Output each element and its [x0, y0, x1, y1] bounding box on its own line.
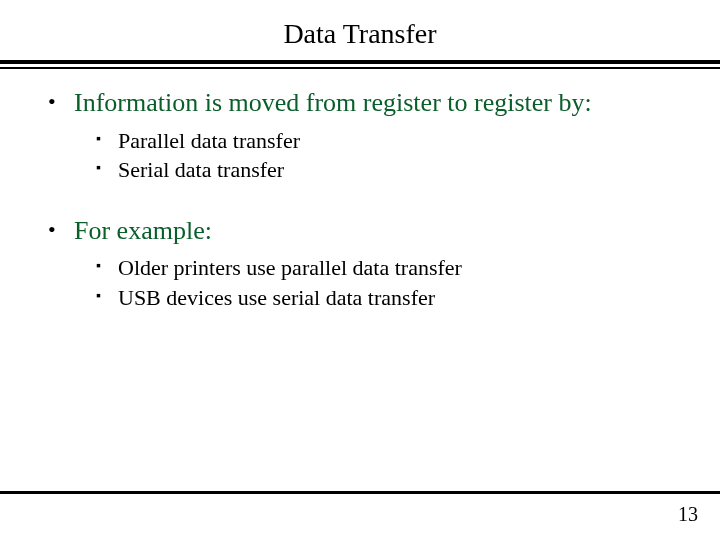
sub-list: ▪ Parallel data transfer ▪ Serial data t… — [96, 126, 680, 185]
bottom-rule — [0, 491, 720, 494]
square-bullet-icon: ▪ — [96, 283, 118, 308]
sub-bullet-text: Parallel data transfer — [118, 126, 680, 156]
square-bullet-icon: ▪ — [96, 155, 118, 180]
bullet-item: • Information is moved from register to … — [48, 87, 680, 120]
bullet-text: Information is moved from register to re… — [74, 87, 680, 120]
bullet-marker-icon: • — [48, 87, 74, 117]
sub-bullet-item: ▪ USB devices use serial data transfer — [96, 283, 680, 313]
sub-bullet-text: Older printers use parallel data transfe… — [118, 253, 680, 283]
sub-bullet-text: USB devices use serial data transfer — [118, 283, 680, 313]
sub-bullet-text: Serial data transfer — [118, 155, 680, 185]
bullet-item: • For example: — [48, 215, 680, 248]
sub-bullet-item: ▪ Serial data transfer — [96, 155, 680, 185]
sub-bullet-item: ▪ Parallel data transfer — [96, 126, 680, 156]
sub-bullet-item: ▪ Older printers use parallel data trans… — [96, 253, 680, 283]
title-rule-thick — [0, 60, 720, 64]
square-bullet-icon: ▪ — [96, 126, 118, 151]
sub-list: ▪ Older printers use parallel data trans… — [96, 253, 680, 312]
page-number: 13 — [678, 503, 698, 526]
slide-title: Data Transfer — [0, 18, 720, 50]
bullet-text: For example: — [74, 215, 680, 248]
bullet-marker-icon: • — [48, 215, 74, 245]
content-area: • Information is moved from register to … — [0, 69, 720, 313]
slide: Data Transfer • Information is moved fro… — [0, 0, 720, 540]
square-bullet-icon: ▪ — [96, 253, 118, 278]
